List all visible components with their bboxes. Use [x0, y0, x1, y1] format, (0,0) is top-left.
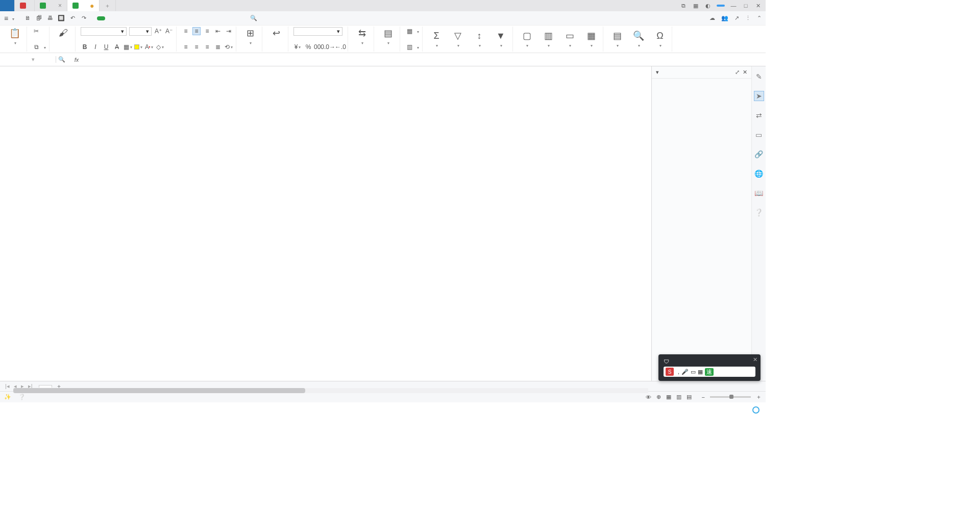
orientation-icon[interactable]: ⟲ [225, 43, 233, 51]
filter-button[interactable]: ▽ [449, 30, 467, 48]
bold-button[interactable]: B [81, 43, 89, 51]
tab-view[interactable] [189, 16, 197, 20]
tab-member[interactable] [219, 16, 228, 20]
share-button[interactable]: ↗ [734, 15, 739, 21]
tools-button[interactable]: ▤ [608, 30, 626, 48]
inc-dec-icon[interactable]: .0→ [326, 43, 334, 51]
view-normal-icon[interactable]: ▦ [666, 394, 671, 400]
cells-button[interactable]: ▢ [518, 30, 535, 48]
doc-tab-workbook1[interactable]: × [35, 0, 67, 11]
align-top-icon[interactable]: ≡ [182, 27, 190, 35]
home-tab[interactable] [0, 0, 15, 11]
doc-tab-template[interactable] [15, 0, 35, 11]
minimize-button[interactable]: — [730, 3, 737, 9]
save-icon[interactable]: 🗎 [23, 15, 32, 21]
pane-pop-icon[interactable]: ⤢ [735, 69, 740, 75]
find-button[interactable]: 🔍 [630, 30, 647, 48]
fill-button[interactable]: ▼ [492, 31, 509, 48]
tab-dev[interactable] [204, 16, 212, 20]
pane-close-icon[interactable]: ✕ [743, 69, 747, 75]
cut-button[interactable]: ✂ [32, 27, 40, 35]
side-layout-icon[interactable]: ⇄ [754, 110, 764, 120]
apps-icon[interactable]: ▦ [692, 3, 699, 9]
cond-format-button[interactable]: ▤ [379, 28, 397, 45]
preview-icon[interactable]: 🔲 [57, 15, 65, 21]
help-icon[interactable]: ❔ [18, 394, 26, 400]
coop-button[interactable]: 👥 [721, 15, 728, 21]
merge-button[interactable]: ⊞ [241, 28, 259, 45]
fmtpainter-button[interactable]: 🖌 [55, 28, 72, 39]
side-help-icon[interactable]: ❔ [754, 207, 764, 218]
underline-button[interactable]: U [102, 43, 110, 51]
sort-button[interactable]: ↕ [471, 31, 488, 48]
rowcol-button[interactable]: ▥ [540, 30, 557, 48]
align-center-icon[interactable]: ≡ [192, 43, 201, 51]
tab-review[interactable] [174, 16, 182, 20]
view-page-icon[interactable]: ▥ [676, 394, 681, 400]
cellstyle-icon[interactable]: ▥ [405, 43, 413, 51]
horizontal-scrollbar[interactable] [13, 388, 648, 393]
unsaved-indicator[interactable]: ☁ [709, 15, 715, 21]
zoom-icon[interactable]: 🔍 [56, 56, 67, 63]
maximize-button[interactable]: □ [742, 3, 749, 9]
tab-start[interactable] [97, 16, 105, 20]
new-tab-button[interactable]: ＋ [100, 0, 116, 11]
sheet-button[interactable]: ▭ [561, 30, 578, 48]
tab-formula[interactable] [143, 16, 151, 20]
tab-docer[interactable] [235, 16, 243, 20]
login-badge[interactable] [717, 5, 725, 7]
fill-color-button[interactable] [134, 43, 142, 51]
target-icon[interactable]: ⊕ [656, 394, 661, 400]
font-family-select[interactable]: ▾ [81, 27, 127, 36]
fx-icon[interactable]: fx [67, 57, 86, 63]
zoom-out-icon[interactable]: − [702, 394, 705, 400]
eye-icon[interactable]: 👁 [646, 394, 651, 400]
saveas-icon[interactable]: 🗐 [35, 15, 43, 21]
thousands-icon[interactable]: 000 [315, 43, 323, 51]
side-screen-icon[interactable]: ▭ [754, 130, 764, 140]
spreadsheet-grid[interactable] [0, 66, 651, 381]
indent-inc-icon[interactable]: ⇥ [225, 27, 233, 35]
justify-icon[interactable]: ≣ [214, 43, 222, 51]
print-icon[interactable]: 🖶 [46, 15, 54, 21]
indent-dec-icon[interactable]: ⇤ [214, 27, 222, 35]
wrap-button[interactable]: ↩ [267, 28, 285, 40]
sheet-tab[interactable] [39, 385, 52, 388]
toast-close-icon[interactable]: ✕ [753, 356, 757, 363]
copy-button[interactable]: ⧉ [32, 43, 40, 51]
file-menu[interactable] [11, 15, 14, 22]
undo-icon[interactable]: ↶ [68, 15, 77, 21]
skin-icon[interactable]: ◐ [704, 3, 712, 9]
collapse-ribbon-icon[interactable]: ⌃ [757, 15, 762, 21]
tab-layout[interactable] [128, 16, 136, 20]
search-command-input[interactable] [260, 15, 306, 21]
side-web-icon[interactable]: 🌐 [754, 168, 764, 179]
grow-font-icon[interactable]: A⁺ [154, 27, 162, 35]
align-middle-icon[interactable]: ≡ [192, 27, 201, 35]
formula-input[interactable] [86, 57, 766, 63]
tblstyle-icon[interactable]: ▦ [405, 27, 413, 35]
font-color-button[interactable]: A [145, 43, 153, 51]
clear-format-button[interactable]: ◇ [156, 43, 164, 51]
percent-icon[interactable]: % [304, 43, 312, 51]
redo-icon[interactable]: ↷ [80, 15, 88, 21]
font-size-select[interactable]: ▾ [129, 27, 152, 36]
freeze-button[interactable]: ▦ [582, 30, 600, 48]
symbol-button[interactable]: Ω [651, 31, 669, 48]
search-template-input[interactable] [309, 15, 355, 21]
side-link-icon[interactable]: 🔗 [754, 149, 764, 159]
close-button[interactable]: ✕ [754, 3, 762, 9]
tab-data[interactable] [158, 16, 166, 20]
smart-icon[interactable]: ✨ [4, 394, 11, 400]
first-sheet-icon[interactable]: |◂ [3, 383, 12, 389]
name-box[interactable]: ▾ [0, 56, 56, 63]
align-bottom-icon[interactable]: ≡ [203, 27, 211, 35]
tab-insert[interactable] [112, 16, 120, 20]
align-right-icon[interactable]: ≡ [203, 43, 211, 51]
hamburger-icon[interactable]: ≡ [4, 14, 8, 22]
stats-icon[interactable]: ⧉ [680, 3, 687, 9]
side-select-icon[interactable]: ✎ [754, 71, 764, 82]
paste-button[interactable]: 📋 [6, 28, 23, 45]
sum-button[interactable]: Σ [428, 31, 445, 48]
close-icon[interactable]: × [58, 2, 62, 9]
